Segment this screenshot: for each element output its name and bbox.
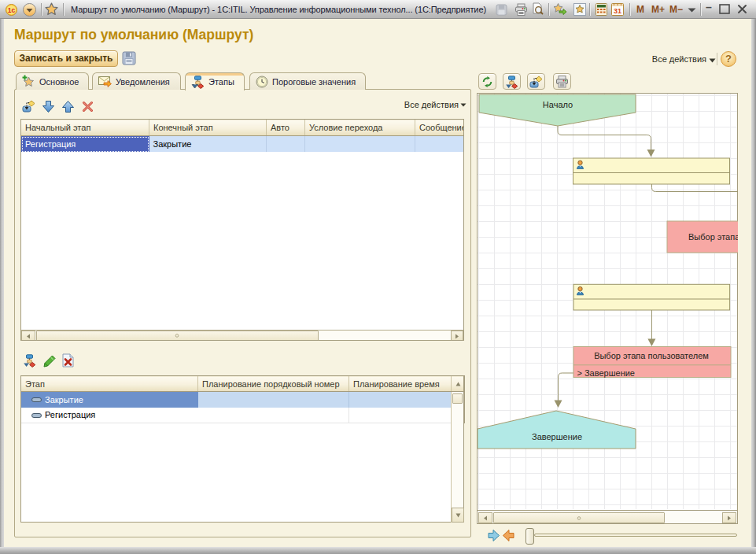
svg-text:1c: 1c xyxy=(8,6,16,14)
svg-text:Выбор этапа пользователем: Выбор этапа пользователем xyxy=(594,351,709,360)
svg-text:Начало: Начало xyxy=(543,100,573,109)
svg-text:Выбор этапа: Выбор этапа xyxy=(688,232,738,242)
svg-text:> Завершение: > Завершение xyxy=(577,368,635,378)
svg-text:31: 31 xyxy=(614,7,621,15)
svg-text:Завершение: Завершение xyxy=(532,432,582,441)
